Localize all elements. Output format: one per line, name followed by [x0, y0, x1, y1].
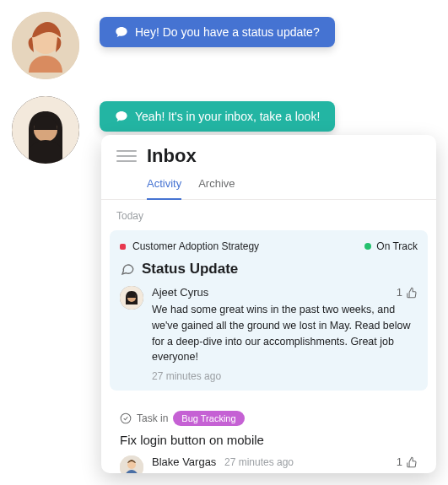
avatar-user-1 [12, 12, 79, 79]
svg-point-6 [121, 413, 131, 423]
project-name: Customer Adoption Strategy [132, 240, 259, 252]
tab-activity[interactable]: Activity [147, 170, 181, 200]
status-bullet-icon [364, 243, 371, 250]
project-dot-icon [120, 244, 126, 250]
chat-bubble-2: Yeah! It's in your inbox, take a look! [100, 101, 335, 132]
chat-text-2: Yeah! It's in your inbox, take a look! [135, 110, 320, 123]
card-title: Status Update [142, 261, 238, 278]
avatar-user-2 [12, 96, 79, 164]
check-circle-icon [120, 412, 132, 424]
inbox-title: Inbox [147, 145, 197, 167]
menu-icon[interactable] [116, 147, 137, 165]
task-title: Fix login button on mobile [120, 433, 418, 447]
speech-bubble-icon [120, 261, 135, 277]
comment-time: 27 minutes ago [152, 370, 418, 382]
comment-text: We had some great wins in the past two w… [152, 302, 418, 365]
like-count: 1 [397, 286, 402, 299]
author-name: Ajeet Cyrus [152, 286, 418, 299]
like-button[interactable]: 1 [397, 455, 418, 468]
tabs: Activity Archive [101, 167, 436, 200]
author-avatar [120, 455, 143, 473]
task-in-label: Task in [137, 412, 168, 424]
like-button[interactable]: 1 [397, 286, 418, 299]
chat-bubble-1: Hey! Do you have a status update? [100, 17, 335, 47]
chat-row-1: Hey! Do you have a status update? [12, 12, 335, 79]
author-name: Blake Vargas [152, 455, 216, 468]
status-badge: On Track [364, 240, 418, 252]
tab-archive[interactable]: Archive [198, 170, 235, 199]
section-today: Today [101, 200, 436, 230]
project-pill[interactable]: Bug Tracking [173, 411, 244, 426]
status-update-card[interactable]: Customer Adoption Strategy On Track Stat… [110, 230, 428, 391]
chat-text-1: Hey! Do you have a status update? [135, 25, 320, 39]
status-text: On Track [376, 240, 418, 252]
inbox-panel: Inbox Activity Archive Today Customer Ad… [101, 135, 436, 473]
thumbs-up-icon [406, 456, 418, 468]
comment-time: 27 minutes ago [224, 456, 294, 468]
comment-text: Hey @Hailey Meier can you QA this today? [152, 472, 418, 473]
chat-icon [115, 110, 128, 123]
like-count: 1 [397, 455, 402, 468]
thumbs-up-icon [406, 287, 418, 299]
panel-header: Inbox [101, 145, 436, 167]
author-avatar [120, 286, 143, 310]
task-card[interactable]: Task in Bug Tracking Fix login button on… [110, 401, 428, 473]
chat-icon [115, 25, 128, 39]
